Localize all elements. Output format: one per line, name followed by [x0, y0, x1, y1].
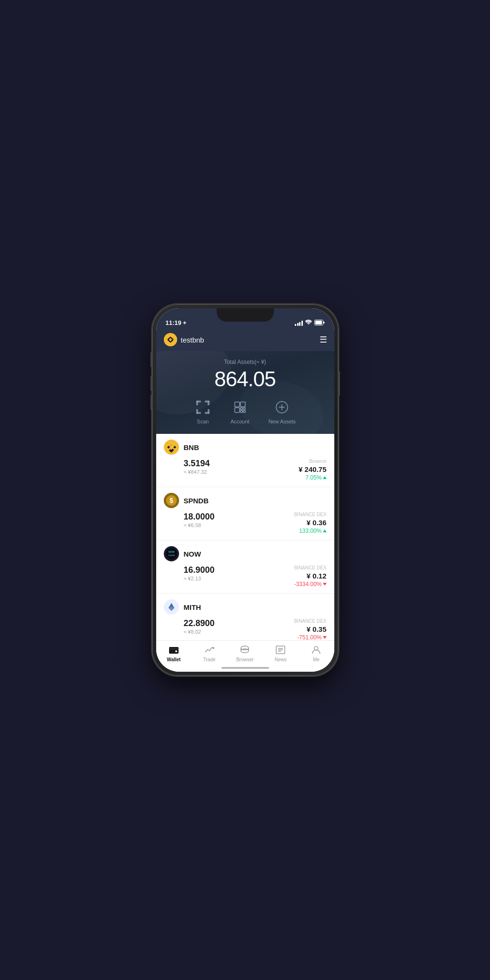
svg-point-35	[241, 649, 249, 653]
new-assets-icon	[273, 399, 290, 416]
spndb-exchange: BINANCE DEX	[294, 512, 327, 517]
mith-amount: 22.8900	[184, 618, 215, 628]
mith-change: -751.00%	[294, 634, 327, 640]
nav-browser[interactable]: Browser	[230, 645, 259, 662]
status-time: 11:19 ✈	[166, 319, 187, 326]
asset-item-now[interactable]: NOW TOKEN NOW 16.9000 ≈ ¥2.13 BINANCE DE…	[156, 540, 334, 594]
browser-nav-label: Browser	[236, 657, 254, 662]
scan-button[interactable]: Scan	[194, 399, 211, 424]
asset-item-bnb[interactable]: BNB 3.5194 ≈ ¥847.32 Binance ¥ 240.75 7.…	[156, 434, 334, 487]
total-assets-label: Total Assets(≈ ¥)	[156, 359, 334, 365]
phone-screen: 11:19 ✈	[156, 308, 334, 672]
battery-icon	[314, 320, 325, 326]
svg-rect-15	[240, 408, 242, 410]
svg-rect-2	[323, 322, 325, 323]
username-label: testbnb	[181, 336, 204, 344]
now-asset-icon: NOW TOKEN	[164, 546, 179, 561]
svg-rect-1	[315, 321, 322, 324]
svg-point-3	[164, 333, 177, 346]
now-exchange: BINANCE DEX	[294, 565, 326, 570]
mith-change-arrow	[323, 636, 327, 639]
bnb-price: ¥ 240.75	[299, 465, 326, 473]
bnb-exchange: Binance	[299, 459, 326, 464]
bnb-change: 7.05%	[299, 474, 326, 481]
me-nav-label: Me	[313, 657, 320, 662]
time-display: 11:19	[166, 319, 181, 326]
spndb-name: SPNDB	[184, 497, 209, 505]
account-button[interactable]: Account	[230, 399, 250, 424]
bnb-approx: ≈ ¥847.32	[184, 469, 210, 475]
spndb-change-arrow	[323, 529, 327, 532]
bnb-amount: 3.5194	[184, 459, 210, 469]
header-left: testbnb	[164, 333, 204, 346]
svg-rect-17	[240, 411, 242, 412]
total-assets-value: 864.05	[156, 367, 334, 391]
now-change-arrow	[323, 583, 327, 586]
scan-label: Scan	[197, 419, 209, 424]
news-nav-label: News	[275, 657, 287, 662]
news-icon	[275, 645, 286, 655]
svg-rect-14	[240, 402, 245, 407]
svg-rect-16	[243, 408, 245, 410]
bnb-name: BNB	[184, 443, 200, 451]
svg-rect-9	[197, 410, 198, 413]
signal-icon	[295, 321, 303, 326]
svg-rect-5	[197, 401, 198, 405]
now-price: ¥ 0.12	[294, 572, 326, 580]
svg-point-19	[276, 402, 288, 413]
spndb-approx: ≈ ¥6.58	[184, 522, 215, 528]
app-header: testbnb ☰	[156, 329, 334, 351]
asset-item-spndb[interactable]: $ SPNDB 18.0000 ≈ ¥6.58 BINANCE DEX ¥ 0.…	[156, 487, 334, 540]
nav-wallet[interactable]: Wallet	[160, 645, 188, 662]
svg-point-33	[175, 650, 177, 652]
now-amount: 16.9000	[184, 565, 215, 575]
trade-icon	[204, 645, 215, 655]
phone-frame: 11:19 ✈	[152, 304, 338, 676]
nav-trade[interactable]: Trade	[195, 645, 224, 662]
wifi-icon	[305, 320, 312, 326]
svg-rect-6	[205, 401, 209, 402]
notch	[217, 308, 274, 322]
new-assets-button[interactable]: New Assets	[269, 399, 296, 424]
account-label: Account	[230, 419, 250, 424]
nav-me[interactable]: Me	[302, 645, 330, 662]
asset-item-mith[interactable]: MITH 22.8900 ≈ ¥8.02 BINANCE DEX ¥ 0.35 …	[156, 594, 334, 640]
account-icon	[231, 399, 249, 416]
browser-icon	[240, 645, 250, 655]
scan-icon	[194, 399, 211, 416]
svg-rect-32	[169, 648, 179, 649]
mith-approx: ≈ ¥8.02	[184, 629, 215, 635]
svg-rect-31	[169, 647, 179, 654]
svg-rect-4	[197, 401, 200, 402]
now-change: -3334.00%	[294, 581, 326, 588]
spndb-amount: 18.0000	[184, 512, 215, 522]
mith-exchange: BINANCE DEX	[294, 618, 327, 624]
bnb-asset-icon	[164, 440, 179, 455]
assets-list: BNB 3.5194 ≈ ¥847.32 Binance ¥ 240.75 7.…	[156, 434, 334, 640]
bnb-logo-icon	[164, 333, 177, 346]
svg-rect-11	[208, 410, 209, 413]
new-assets-label: New Assets	[269, 419, 296, 424]
nav-news[interactable]: News	[266, 645, 295, 662]
action-buttons: Scan Account	[156, 399, 334, 424]
spndb-asset-icon: $	[164, 493, 179, 508]
trade-nav-label: Trade	[203, 657, 216, 662]
menu-icon[interactable]: ☰	[320, 334, 327, 345]
svg-rect-7	[208, 401, 209, 405]
now-approx: ≈ ¥2.13	[184, 576, 215, 581]
mith-asset-icon	[164, 599, 179, 615]
home-indicator	[221, 667, 269, 669]
location-icon: ✈	[183, 321, 187, 325]
svg-rect-13	[235, 408, 240, 412]
svg-point-27	[166, 548, 177, 559]
bnb-change-arrow	[323, 476, 327, 479]
svg-text:TOKEN: TOKEN	[168, 554, 175, 557]
svg-rect-18	[243, 411, 245, 412]
wallet-nav-label: Wallet	[167, 657, 180, 662]
wallet-icon	[169, 645, 179, 655]
svg-text:$: $	[170, 497, 173, 504]
mith-name: MITH	[184, 603, 201, 611]
spndb-price: ¥ 0.36	[294, 519, 327, 527]
status-icons	[295, 320, 325, 326]
svg-rect-12	[235, 402, 240, 407]
